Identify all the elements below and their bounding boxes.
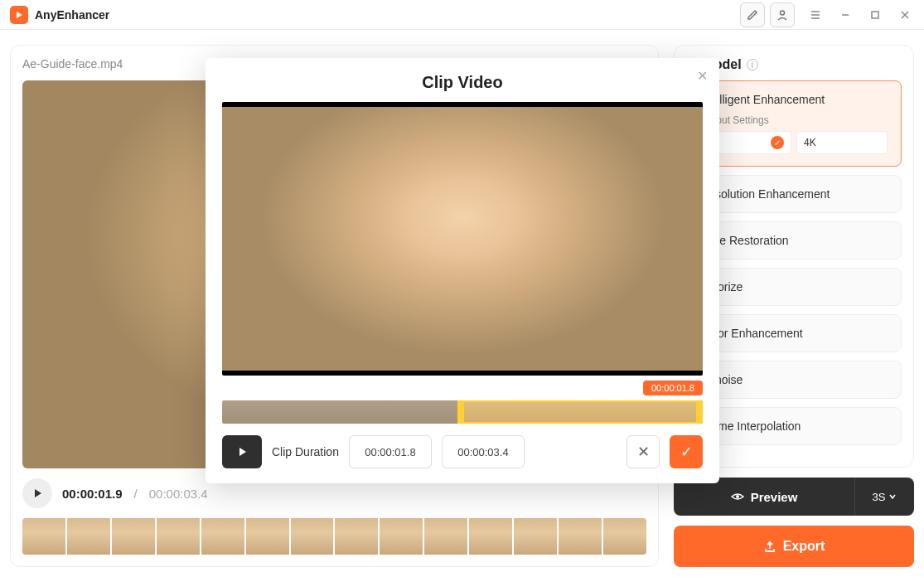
total-time: 00:00:03.4 <box>149 487 208 501</box>
ai-model-section: AI Model i Intelligent Enhancement Outpu… <box>674 45 914 468</box>
close-icon[interactable] <box>896 6 914 24</box>
settings-panel: AI Model i Intelligent Enhancement Outpu… <box>674 45 914 567</box>
preview-duration-select[interactable]: 3S <box>854 478 914 516</box>
filename: Ae-Guide-face.mp4 <box>22 57 646 70</box>
maximize-icon[interactable] <box>866 6 884 24</box>
model-item-denoise[interactable]: Denoise <box>686 361 902 399</box>
preview-button[interactable]: Preview <box>674 478 854 516</box>
export-button[interactable]: Export <box>674 526 914 567</box>
main: Ae-Guide-face.mp4 00:00:01.9 / 00:00:03.… <box>0 30 924 577</box>
model-item-intelligent-enhancement[interactable]: Intelligent Enhancement Output Settings … <box>686 80 902 167</box>
eye-icon <box>731 490 744 503</box>
current-time: 00:00:01.9 <box>62 487 123 501</box>
edit-icon[interactable] <box>740 2 765 27</box>
info-icon[interactable]: i <box>747 59 758 70</box>
app-logo <box>10 6 28 24</box>
model-item-face-restoration[interactable]: Face Restoration <box>686 221 902 259</box>
model-item-resolution-enhancement[interactable]: Resolution Enhancement <box>686 175 902 213</box>
timeline-thumbnails[interactable] <box>22 518 646 555</box>
user-icon[interactable] <box>770 2 795 27</box>
output-resolution-select[interactable]: 4K <box>796 131 888 154</box>
ai-model-heading: AI Model i <box>686 57 902 72</box>
titlebar: AnyEnhancer <box>0 0 924 30</box>
minimize-icon[interactable] <box>836 6 854 24</box>
check-icon: ✓ <box>771 136 784 149</box>
video-panel: Ae-Guide-face.mp4 00:00:01.9 / 00:00:03.… <box>10 45 659 567</box>
export-icon <box>763 540 776 553</box>
model-item-colorize[interactable]: Colorize <box>686 268 902 306</box>
playbar: 00:00:01.9 / 00:00:03.4 <box>22 478 646 508</box>
play-button[interactable] <box>22 478 52 508</box>
svg-rect-1 <box>872 12 878 18</box>
chevron-down-icon <box>888 492 897 501</box>
app-name: AnyEnhancer <box>35 8 109 22</box>
output-first-box[interactable]: ✓ <box>700 131 791 154</box>
menu-icon[interactable] <box>806 6 825 24</box>
model-item-frame-interpolation[interactable]: Frame Interpolation <box>686 407 902 445</box>
preview-row: Preview 3S <box>674 478 914 516</box>
svg-point-0 <box>781 11 785 15</box>
video-preview[interactable] <box>22 80 646 468</box>
svg-point-2 <box>736 495 739 498</box>
model-item-color-enhancement[interactable]: Color Enhancement <box>686 314 902 352</box>
output-settings-label: Output Settings <box>700 114 888 126</box>
